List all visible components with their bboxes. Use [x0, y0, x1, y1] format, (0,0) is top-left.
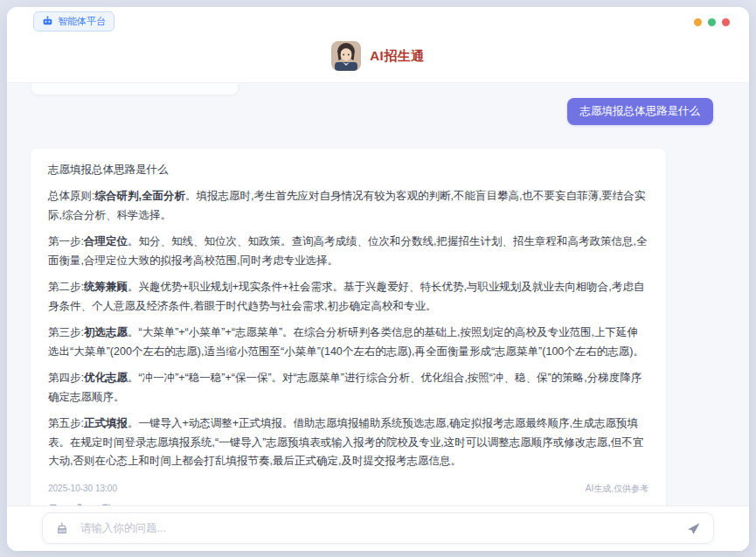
paragraph-step-1: 第一步:合理定位。知分、知线、知位次、知政策。查询高考成绩、位次和分数线,把握招…: [48, 233, 648, 270]
assistant-avatar: [331, 41, 361, 71]
header: 智能体平台 AI招生通: [7, 7, 749, 83]
paragraph-step-5: 第五步:正式填报。一键导入+动态调整+正式填报。借助志愿填报辅助系统预选志愿,确…: [48, 414, 648, 471]
window-maximize-dot[interactable]: [708, 18, 716, 26]
ai-disclaimer: AI生成,仅供参考: [586, 483, 648, 495]
question-input[interactable]: [80, 522, 675, 534]
message-meta: 2025-10-30 13:00 AI生成,仅供参考: [48, 483, 648, 495]
ai-response-card: 志愿填报总体思路是什么 总体原则:综合研判,全面分析。填报志愿时,考生首先应对自…: [31, 149, 666, 505]
window-controls: [694, 18, 730, 26]
chat-area: 志愿填报总体思路是什么 志愿填报总体思路是什么 总体原则:综合研判,全面分析。填…: [7, 83, 749, 505]
user-message-bubble: 志愿填报总体思路是什么: [567, 98, 714, 125]
composer-bar: [7, 505, 749, 551]
paragraph-step-2: 第二步:统筹兼顾。兴趣优势+职业规划+现实条件+社会需求。基于兴趣爱好、特长优势…: [48, 278, 648, 316]
window-minimize-dot[interactable]: [694, 18, 702, 26]
previous-message-remnant: [31, 83, 239, 95]
page-title: AI招生通: [370, 48, 425, 65]
send-icon[interactable]: [686, 521, 701, 536]
window-close-dot[interactable]: [722, 18, 730, 26]
paragraph-overall-principle: 总体原则:综合研判,全面分析。填报志愿时,考生首先应对自身情况有较为客观的判断,…: [48, 187, 648, 225]
title-row: AI招生通: [7, 41, 749, 71]
paragraph-step-3: 第三步:初选志愿。“大菜单”+“小菜单”+“志愿菜单”。在综合分析研判各类信息的…: [48, 324, 648, 361]
timestamp: 2025-10-30 13:00: [48, 484, 117, 493]
clear-broom-icon[interactable]: [55, 521, 69, 535]
agent-platform-badge[interactable]: 智能体平台: [33, 11, 114, 31]
agent-platform-label: 智能体平台: [58, 15, 106, 28]
message-input-pill: [42, 512, 714, 544]
paragraph-step-4: 第四步:优化志愿。“冲一冲”+“稳一稳”+“保一保”。对“志愿菜单”进行综合分析…: [48, 369, 648, 407]
app-window: 智能体平台 AI招生通 志愿填报总体思路是什么 志愿填报总体思路是什么 总体原则…: [7, 7, 749, 551]
robot-icon: [42, 16, 53, 27]
question-echo: 志愿填报总体思路是什么: [48, 163, 648, 178]
